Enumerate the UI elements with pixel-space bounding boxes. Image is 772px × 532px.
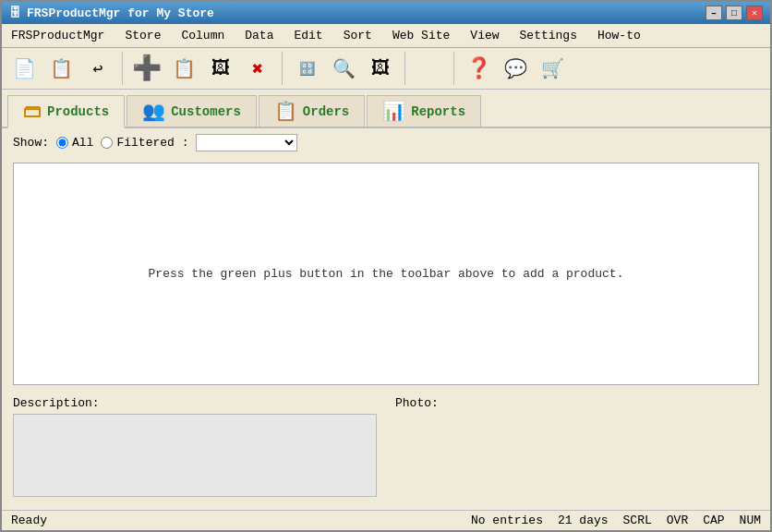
toolbar-separator-3	[404, 52, 405, 85]
ready-status: Ready	[11, 514, 47, 527]
filtered-radio-label[interactable]: Filtered :	[101, 136, 188, 150]
close-button[interactable]: ✕	[746, 6, 763, 20]
all-radio-label[interactable]: All	[56, 136, 93, 150]
cap-indicator: CAP	[703, 514, 724, 527]
tab-reports[interactable]: 📊 Reports	[367, 95, 481, 127]
tab-orders[interactable]: 📋 Orders	[259, 95, 365, 127]
sort-button[interactable]: 🔡	[290, 52, 323, 85]
all-label: All	[72, 136, 93, 150]
window-title: FRSProductMgr for My Store	[27, 6, 214, 20]
ovr-indicator: OVR	[667, 514, 688, 527]
description-label: Description:	[13, 396, 377, 410]
minimize-button[interactable]: –	[706, 6, 722, 20]
menu-edit[interactable]: Edit	[288, 27, 328, 44]
cart-button[interactable]: 🛒	[536, 52, 569, 85]
photo-label: Photo:	[395, 396, 759, 410]
description-section: Description:	[13, 396, 377, 501]
menu-data[interactable]: Data	[239, 27, 279, 44]
menu-settings[interactable]: Settings	[514, 27, 583, 44]
num-indicator: NUM	[740, 514, 761, 527]
main-area: Press the green plus button in the toolb…	[2, 157, 770, 510]
show-label: Show:	[13, 136, 49, 150]
menu-view[interactable]: View	[464, 27, 504, 44]
description-textarea[interactable]	[13, 414, 377, 497]
menu-howto[interactable]: How-to	[592, 27, 646, 44]
maximize-button[interactable]: □	[726, 6, 742, 20]
title-bar-text: 🗄 FRSProductMgr for My Store	[9, 6, 214, 20]
new-document-button[interactable]: 📄	[7, 52, 41, 85]
delete-button[interactable]: ✖	[241, 52, 274, 85]
toolbar-separator-1	[122, 52, 123, 85]
menu-store[interactable]: Store	[119, 27, 166, 44]
title-bar-controls: – □ ✕	[706, 6, 763, 20]
tab-customers[interactable]: 👥 Customers	[127, 95, 257, 127]
title-bar: 🗄 FRSProductMgr for My Store – □ ✕	[2, 2, 770, 24]
menu-column[interactable]: Column	[175, 27, 230, 44]
status-bar: Ready No entries 21 days SCRL OVR CAP NU…	[2, 510, 770, 530]
menu-website[interactable]: Web Site	[387, 27, 455, 44]
help-button[interactable]: ❓	[462, 52, 495, 85]
main-window: 🗄 FRSProductMgr for My Store – □ ✕ FRSPr…	[0, 0, 772, 532]
tab-products[interactable]: 🗃 Products	[7, 95, 125, 128]
reports-tab-label: Reports	[411, 104, 465, 119]
no-entries-status: No entries	[471, 514, 543, 527]
menu-sort[interactable]: Sort	[338, 27, 378, 44]
toolbar: 📄 📋 ↩ ➕ 📋 🖼 ✖ 🔡 🔍 🖼 ❓ 💬 🛒	[2, 48, 770, 90]
products-tab-icon: 🗃	[23, 101, 42, 123]
customers-tab-icon: 👥	[142, 100, 165, 123]
copy-document-button[interactable]: 📋	[44, 52, 78, 85]
status-right: No entries 21 days SCRL OVR CAP NUM	[471, 514, 761, 527]
search-button[interactable]: 🔍	[327, 52, 360, 85]
toolbar-separator-2	[282, 52, 283, 85]
reports-tab-icon: 📊	[382, 100, 405, 123]
add-button[interactable]: ➕	[130, 52, 163, 85]
blank-button[interactable]	[413, 52, 446, 85]
app-icon: 🗄	[9, 6, 21, 20]
image-view-button[interactable]: 🖼	[364, 52, 397, 85]
photo-section: Photo:	[395, 396, 759, 501]
filter-dropdown[interactable]	[196, 134, 297, 151]
orders-tab-label: Orders	[303, 104, 349, 119]
orders-tab-icon: 📋	[274, 100, 297, 123]
toolbar-separator-4	[453, 52, 454, 85]
filtered-label: Filtered :	[116, 136, 188, 150]
empty-grid-message: Press the green plus button in the toolb…	[149, 267, 624, 281]
menu-bar: FRSProductMgr Store Column Data Edit Sor…	[2, 24, 770, 48]
scrl-indicator: SCRL	[623, 514, 652, 527]
filtered-radio[interactable]	[101, 137, 113, 149]
chat-button[interactable]: 💬	[499, 52, 532, 85]
filter-row: Show: All Filtered :	[2, 128, 770, 157]
data-grid: Press the green plus button in the toolb…	[13, 163, 759, 385]
add-copy-button[interactable]: 📋	[167, 52, 200, 85]
bottom-section: Description: Photo:	[13, 393, 759, 504]
undo-button[interactable]: ↩	[81, 52, 115, 85]
products-tab-label: Products	[47, 104, 109, 119]
all-radio[interactable]	[56, 137, 68, 149]
menu-frsproductmgr[interactable]: FRSProductMgr	[6, 27, 110, 44]
add-image-button[interactable]: 🖼	[204, 52, 237, 85]
days-status: 21 days	[558, 514, 609, 527]
customers-tab-label: Customers	[171, 104, 241, 119]
tab-bar: 🗃 Products 👥 Customers 📋 Orders 📊 Report…	[2, 90, 770, 128]
